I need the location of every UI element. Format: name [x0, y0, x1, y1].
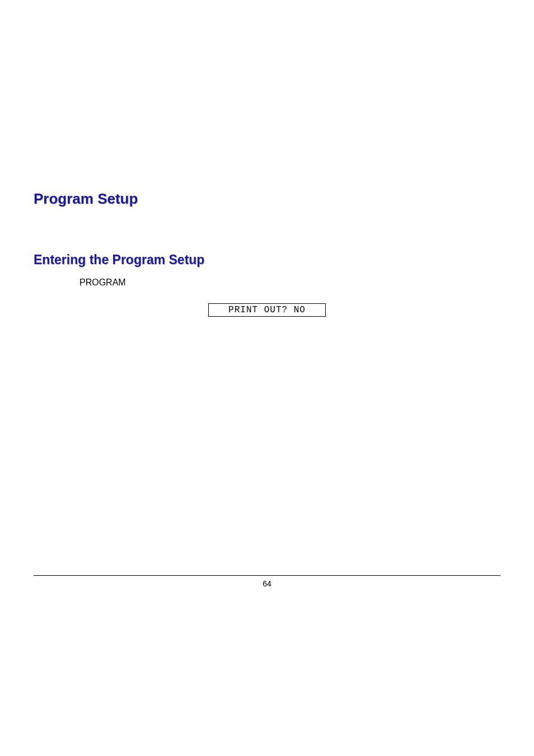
footer-divider [34, 575, 500, 576]
lcd-display-container: PRINT OUT? NO [34, 303, 500, 317]
page-heading-2: Entering the Program Setup [34, 252, 500, 267]
page-number: 64 [34, 579, 500, 588]
page-footer: 64 [34, 575, 500, 588]
page-heading-1: Program Setup [34, 190, 500, 208]
lcd-display: PRINT OUT? NO [208, 303, 326, 317]
body-text: PROGRAM [79, 278, 500, 288]
